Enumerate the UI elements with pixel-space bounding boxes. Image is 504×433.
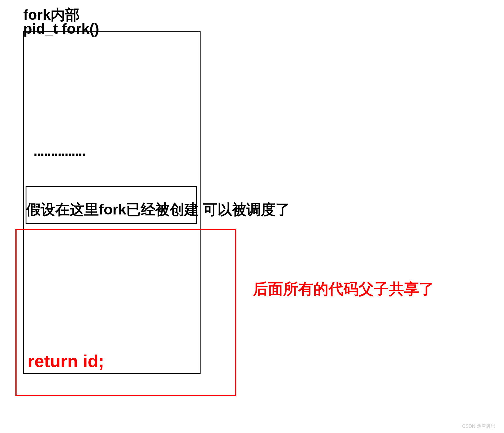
ellipsis-dots: ............... [33,142,85,159]
shared-code-annotation: 后面所有的代码父子共享了 [253,279,434,299]
watermark: CSDN @唐唐思 [462,423,495,430]
assume-text: 假设在这里fork已经被创建 可以被调度了 [26,200,290,219]
return-statement: return id; [28,351,104,371]
